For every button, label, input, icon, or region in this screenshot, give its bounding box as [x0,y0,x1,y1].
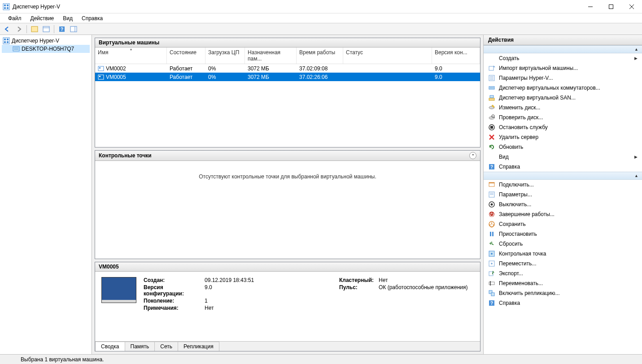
action-item[interactable]: Сбросить [484,239,642,249]
col-memory[interactable]: Назначенная пам... [245,48,297,64]
tree-host[interactable]: DESKTOP-HO5H7Q7 [2,45,90,53]
vm-state: Работает [167,74,205,80]
col-cpu[interactable]: Загрузка ЦП [205,48,245,64]
action-item[interactable]: Вид ▶ [484,152,642,162]
tab-memory[interactable]: Память [125,342,155,351]
action-item[interactable]: Контрольная точка [484,249,642,259]
svg-rect-4 [7,7,9,9]
forward-button[interactable] [13,24,24,34]
action-item[interactable]: ? Справка [484,298,642,308]
help-icon: ? [488,163,495,170]
action-item[interactable]: Остановить службу [484,122,642,132]
tab-summary[interactable]: Сводка [95,342,125,351]
action-item[interactable]: Экспорт... [484,269,642,278]
stop-icon [488,124,495,131]
action-item[interactable]: Обновить [484,142,642,152]
svg-text:?: ? [490,301,493,306]
action-item[interactable]: Выключить... [484,199,642,209]
svg-point-40 [489,117,494,119]
created-label: Создан: [144,277,205,283]
properties-button[interactable] [41,24,52,34]
tree-root-label: Диспетчер Hyper-V [12,38,59,44]
minimize-button[interactable] [580,0,601,13]
action-item[interactable]: Диспетчер виртуальных коммутаторов... [484,83,642,93]
maximize-button[interactable] [601,0,621,13]
action-label: Подключить... [499,182,638,188]
col-state[interactable]: Состояние [167,48,205,64]
action-label: Экспорт... [499,270,638,277]
action-item[interactable]: Создать ▶ [484,53,642,63]
tree-root[interactable]: Диспетчер Hyper-V [2,37,90,45]
vms-table-header: ▴Имя Состояние Загрузка ЦП Назначенная п… [95,48,480,64]
action-label: Проверить диск... [499,114,638,121]
action-item[interactable]: Изменить диск... [484,103,642,113]
vm-version: 9.0 [432,65,480,72]
svg-rect-61 [492,232,494,236]
table-row[interactable]: VM0002 Работает 0% 3072 МБ 37.02:09:08 9… [95,64,480,73]
tab-replication[interactable]: Репликация [178,342,219,351]
vm-cpu: 0% [205,65,245,72]
svg-rect-27 [99,76,100,77]
actions-host-header[interactable]: ▲ [484,45,642,53]
col-status[interactable]: Статус [343,48,432,64]
help-button[interactable]: ? [57,24,67,34]
action-item[interactable]: Параметры... [484,190,642,199]
menu-file[interactable]: Файл [4,14,26,22]
actions-vm-header[interactable]: ▲ [484,172,642,180]
col-name[interactable]: ▴Имя [95,48,167,64]
menu-view[interactable]: Вид [58,14,77,22]
tab-network[interactable]: Сеть [154,342,178,351]
vms-panel-header: Виртуальные машины [95,38,480,48]
tree-host-label: DESKTOP-HO5H7Q7 [22,46,74,52]
action-label: Удалить сервер [499,134,638,140]
actions-pane: Действия ▲ Создать ▶ Импорт виртуальной … [483,35,642,354]
col-version[interactable]: Версия кон... [432,48,480,64]
save-icon [488,221,495,228]
action-item[interactable]: Завершение работы... [484,209,642,219]
checkpoints-panel: Контрольные точки ⌃ Отсутствуют контроль… [95,150,480,259]
action-label: Обновить [499,144,638,150]
vm-thumbnail[interactable] [101,277,136,303]
svg-rect-3 [4,7,6,9]
svg-text:?: ? [61,27,63,32]
vms-panel: Виртуальные машины ▴Имя Состояние Загруз… [95,38,480,147]
action-label: Справка [499,164,638,170]
action-item[interactable]: Импорт виртуальной машины... [484,63,642,73]
action-item[interactable]: Приостановить [484,229,642,239]
details-panel: VM0005 Создан: 09.12.2019 18:43:51 Класт… [95,262,480,351]
close-button[interactable] [621,0,642,13]
action-item[interactable]: Удалить сервер [484,132,642,142]
help-icon: ? [488,299,495,307]
vm-uptime: 37.02:26:06 [297,74,343,80]
show-hide-tree-button[interactable] [29,24,40,34]
navigation-tree: Диспетчер Hyper-V DESKTOP-HO5H7Q7 [0,35,92,354]
action-item[interactable]: Параметры Hyper-V... [484,73,642,83]
col-uptime[interactable]: Время работы [297,48,343,64]
delete-icon [488,134,495,141]
menu-help[interactable]: Справка [77,14,107,22]
actions-vm-list: Подключить... Параметры... Выключить... … [484,180,642,308]
svg-rect-19 [4,41,6,43]
action-item[interactable]: ? Справка [484,162,642,172]
back-button[interactable] [2,24,13,34]
show-actions-button[interactable] [68,24,79,34]
action-item[interactable]: Переместить... [484,259,642,269]
action-item[interactable]: Диспетчер виртуальной SAN... [484,93,642,103]
vm-cpu: 0% [205,74,245,80]
generation-label: Поколение: [144,298,205,304]
disk-inspect-icon [488,114,495,121]
action-item[interactable]: Сохранить [484,219,642,229]
table-row[interactable]: VM0005 Работает 0% 3072 МБ 37.02:26:06 9… [95,73,480,81]
vm-icon [98,74,104,80]
action-item[interactable]: Включить репликацию... [484,288,642,298]
action-item[interactable]: Переименовать... [484,278,642,288]
notes-label: Примечания: [144,305,205,311]
action-item[interactable]: Проверить диск... [484,113,642,122]
action-item[interactable]: Подключить... [484,180,642,190]
menu-action[interactable]: Действие [26,14,59,22]
configver-label: Версия конфигурации: [144,284,205,297]
statusbar-text: Выбрана 1 виртуальная машина. [21,356,104,363]
collapse-icon[interactable]: ⌃ [469,152,476,159]
window-title: Диспетчер Hyper-V [13,4,580,10]
toolbar-separator [26,25,27,33]
